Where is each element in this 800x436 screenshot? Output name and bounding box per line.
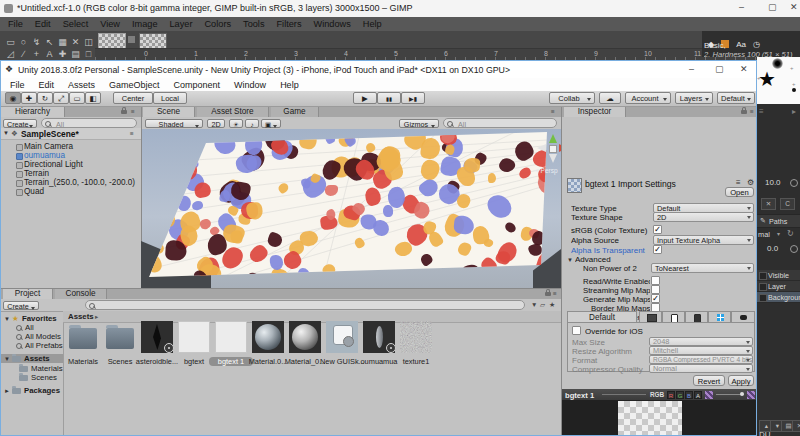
dial-icon[interactable] <box>790 245 798 253</box>
dock-menu-icon[interactable]: ≡ <box>759 107 764 116</box>
gizmo-axis-icon[interactable] <box>537 144 546 152</box>
tree-item-packages[interactable]: ► Packages <box>1 386 63 395</box>
blend-mode-fragment[interactable]: mal <box>758 230 770 239</box>
play-button[interactable]: ▶ <box>353 92 377 104</box>
npot-dropdown[interactable]: ToNearest <box>651 263 754 273</box>
tab-scene[interactable]: Scene <box>143 106 195 117</box>
layer-row-selected[interactable]: Background <box>757 292 800 303</box>
mip-slider-thumb[interactable] <box>740 392 744 396</box>
dial-icon[interactable] <box>790 179 798 187</box>
channel-a-button[interactable]: A <box>694 391 702 399</box>
gimp-menu-item[interactable]: Image <box>126 19 164 29</box>
breadcrumb-folder-label[interactable]: Assets <box>68 312 94 321</box>
lock-icon[interactable] <box>545 292 551 296</box>
history-cycle-icon[interactable]: ↻ <box>787 229 794 238</box>
gimp-tool-icon[interactable]: □ <box>82 49 95 59</box>
pause-button[interactable]: ▮▮ <box>377 92 401 104</box>
transform-tool-button[interactable]: ◧ <box>85 92 101 104</box>
gimp-image-tab[interactable] <box>139 33 167 49</box>
gimp-menu-item[interactable]: View <box>94 19 126 29</box>
read-write-checkbox[interactable] <box>651 276 660 285</box>
gimp-menu-item[interactable]: Filters <box>271 19 308 29</box>
effects-dropdown-icon[interactable]: ▣ <box>261 119 281 128</box>
layers-dock-button[interactable]: ✕ <box>792 420 800 432</box>
layer-row[interactable]: Layer <box>757 281 800 292</box>
asset-badge-icon[interactable] <box>386 343 396 353</box>
channel-g-button[interactable]: G <box>676 391 684 399</box>
unity-menu-item[interactable]: Window <box>227 80 273 90</box>
asset-item-selected[interactable]: bgtext 1 <box>215 321 247 367</box>
gimp-menu-item[interactable]: Layer <box>164 19 199 29</box>
tab-inspector[interactable]: Inspector <box>564 106 626 117</box>
asset-item[interactable]: Material.0... <box>252 321 284 367</box>
hierarchy-create-button[interactable]: Create <box>3 119 37 128</box>
panel-menu-icon[interactable]: ≡ <box>131 108 135 115</box>
persp-label[interactable]: < Persp <box>535 167 558 174</box>
favorites-item[interactable]: All Materials <box>1 323 63 332</box>
gear-icon[interactable]: ⚙ <box>747 178 754 187</box>
gimp-tool-icon[interactable]: ↖ <box>43 37 56 47</box>
gimp-image-tab-active[interactable] <box>98 33 126 49</box>
hierarchy-item[interactable]: Directional Light <box>1 160 141 169</box>
dock-expand-icon[interactable]: ▸ <box>792 107 796 116</box>
gimp-tool-icon[interactable]: ▤ <box>69 49 82 59</box>
hierarchy-item[interactable]: Quad <box>1 187 141 196</box>
scene-viewport[interactable]: < Persp <box>141 129 561 288</box>
asset-item[interactable]: Scenes <box>104 321 136 367</box>
gizmo-y-axis-icon[interactable] <box>549 134 557 143</box>
hierarchy-item-selected[interactable]: oumuamua <box>1 151 141 160</box>
search-by-label-icon[interactable]: ▱ <box>540 301 545 309</box>
asset-badge-icon[interactable] <box>164 343 174 353</box>
hierarchy-item[interactable]: Main Camera <box>1 142 141 151</box>
gimp-menu-item[interactable]: Tools <box>237 19 270 29</box>
texture-shape-dropdown[interactable]: 2D <box>653 212 754 222</box>
step-button[interactable]: ▶▮ <box>401 92 425 104</box>
space-toggle-button[interactable]: Local <box>153 92 187 104</box>
apply-button[interactable]: Apply <box>728 375 754 386</box>
revert-button[interactable]: Revert <box>693 375 725 386</box>
override-ios-checkbox[interactable] <box>572 326 581 335</box>
gimp-menu-item[interactable]: Select <box>57 19 95 29</box>
2d-toggle[interactable]: 2D <box>207 119 225 128</box>
preview-header[interactable]: bgtext 1 RGB R G B A <box>562 389 757 400</box>
presets-icon[interactable]: ≡ <box>736 178 741 187</box>
gimp-tool-icon[interactable]: ○ <box>17 37 30 47</box>
scene-search-input[interactable]: All <box>443 118 557 128</box>
gimp-tool-icon[interactable]: ◫ <box>82 37 95 47</box>
dock-refresh-button[interactable]: C <box>780 198 795 210</box>
dock-close-button[interactable]: ✕ <box>761 198 776 210</box>
asset-item[interactable]: texture1 <box>400 321 432 367</box>
asset-item[interactable]: oumuamua <box>363 321 395 367</box>
tab-asset-store[interactable]: Asset Store <box>197 106 269 117</box>
gimp-canvas[interactable]: ★ + + + <box>757 57 800 104</box>
foldout-icon[interactable]: ► <box>4 388 10 394</box>
alpha-transparent-checkbox[interactable] <box>653 245 662 254</box>
hierarchy-scene-row[interactable]: ▼ ❖ SampleScene* ≡ <box>1 128 141 140</box>
rgb-toggle[interactable]: RGB <box>650 391 664 398</box>
gimp-maximize-button[interactable]: ▢ <box>768 2 777 12</box>
rotate-tool-button[interactable]: ↻ <box>37 92 53 104</box>
foldout-icon[interactable]: ▼ <box>3 130 9 136</box>
dock-value-mid[interactable]: 0.0 <box>767 244 778 253</box>
panel-menu-icon[interactable]: ≡ <box>551 108 555 115</box>
tree-item-assets-selected[interactable]: ▼ Assets <box>1 354 63 363</box>
project-search-input[interactable] <box>85 300 525 310</box>
project-create-button[interactable]: Create <box>3 301 39 310</box>
panel-menu-icon[interactable]: ≡ <box>553 290 557 297</box>
gimp-tool-icon[interactable]: ✚ <box>56 49 69 59</box>
tab-project[interactable]: Project <box>3 288 53 299</box>
gimp-tool-icon[interactable]: ✕ <box>69 37 82 47</box>
textured-plane[interactable] <box>141 129 561 288</box>
hierarchy-item[interactable]: Terrain <box>1 169 141 178</box>
asset-item[interactable]: New GUISk... <box>326 321 358 367</box>
tab-hierarchy[interactable]: Hierarchy <box>1 106 65 117</box>
collab-dropdown[interactable]: Collab <box>549 92 595 104</box>
foldout-icon[interactable]: ▼ <box>4 316 10 322</box>
panel-splitter[interactable] <box>561 106 562 436</box>
unity-menu-item[interactable]: Edit <box>32 80 62 90</box>
tab-game[interactable]: Game <box>271 106 319 117</box>
favorites-filter-icon[interactable]: ★ <box>549 301 555 309</box>
lighting-toggle-icon[interactable]: ☀ <box>229 119 243 128</box>
gimp-menu-item[interactable]: Help <box>357 19 388 29</box>
gimp-tool-icon[interactable]: A <box>43 49 56 59</box>
